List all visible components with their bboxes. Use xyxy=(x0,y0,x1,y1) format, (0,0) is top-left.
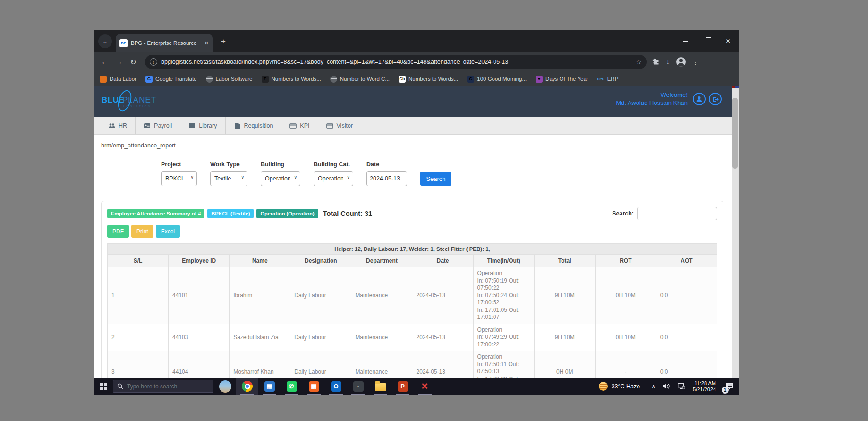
scrollbar-thumb[interactable] xyxy=(732,98,738,169)
table-row: 244103Sazedul Islam ZiaDaily LabourMaint… xyxy=(108,324,717,351)
nav-item-label: Library xyxy=(199,122,217,129)
date-input[interactable] xyxy=(366,171,407,186)
cell-department: Maintenance xyxy=(351,324,412,351)
nav-item-library[interactable]: Library xyxy=(180,117,225,134)
bookmark-item[interactable]: Number to Word C... xyxy=(330,76,390,83)
dark-app-icon[interactable]: ▫ xyxy=(347,378,369,395)
notification-center[interactable]: 1 xyxy=(723,378,737,395)
close-button[interactable]: ✕ xyxy=(717,30,739,52)
cell-rot: 0H 10M xyxy=(595,267,656,324)
nav-item-requisition[interactable]: Requisition xyxy=(226,117,282,134)
browser-menu-icon[interactable]: ⋮ xyxy=(692,58,699,66)
minimize-button[interactable] xyxy=(675,30,696,52)
taskbar-search-input[interactable] xyxy=(127,383,203,390)
people-icon xyxy=(108,122,115,129)
date-label: Date xyxy=(366,161,407,168)
table-group-header: Helper: 12, Daily Labour: 17, Welder: 1,… xyxy=(108,244,717,255)
weather-text[interactable]: 33°C Haze xyxy=(612,383,640,390)
start-button[interactable] xyxy=(94,378,113,395)
nav-item-visitor[interactable]: Visitor xyxy=(318,117,362,134)
excel-export-button[interactable]: Excel xyxy=(156,225,180,238)
chrome-icon[interactable] xyxy=(236,378,258,395)
cell-employee-id: 44104 xyxy=(169,351,230,378)
building-select[interactable]: Operation xyxy=(261,171,300,186)
tray-chevron-icon[interactable]: ∧ xyxy=(651,383,655,390)
nav-item-payroll[interactable]: Payroll xyxy=(136,117,180,134)
building-cat-select[interactable]: Operation xyxy=(314,171,353,186)
new-tab-button[interactable]: + xyxy=(218,36,229,47)
speaker-icon[interactable] xyxy=(663,383,670,389)
forward-button[interactable]: → xyxy=(112,58,126,66)
bookmark-item[interactable]: Labor Software xyxy=(206,76,253,83)
column-header: Total xyxy=(534,255,595,267)
cell-time-in-out: OperationIn: 07:49:29 Out: 17:00:22 xyxy=(473,324,534,351)
search-button[interactable]: Search xyxy=(420,172,451,186)
bookmark-item[interactable]: CbNumbers to Words... xyxy=(399,76,458,83)
whatsapp-icon-glyph: ✆ xyxy=(287,381,297,392)
page-scrollbar[interactable] xyxy=(732,86,739,378)
taskbar-clock[interactable]: 11:28 AM 5/21/2024 xyxy=(693,380,716,393)
cell-aot: 0:0 xyxy=(656,324,717,351)
logout-button[interactable] xyxy=(709,93,722,105)
work-type-select[interactable]: Textile xyxy=(210,171,247,186)
page-content: BLUE PLANET LOGISTICS Welcome! Md. Awola… xyxy=(94,86,739,378)
print-export-button[interactable]: Print xyxy=(131,225,153,238)
red-app-icon[interactable]: P xyxy=(391,378,414,395)
time-line: In: 07:50:24 Out: 17:00:52 xyxy=(477,292,530,307)
reload-button[interactable]: ↻ xyxy=(126,58,140,67)
cell-total: 9H 10M xyxy=(534,267,595,324)
column-header: Date xyxy=(412,255,473,267)
cell-name: Ibrahim xyxy=(230,267,290,324)
back-button[interactable]: ← xyxy=(98,58,112,66)
nav-item-kpi[interactable]: KPI xyxy=(281,117,318,134)
pdf-export-button[interactable]: PDF xyxy=(107,225,129,238)
cell-date: 2024-05-13 xyxy=(412,324,473,351)
tab-search-button[interactable]: ⌄ xyxy=(98,34,112,48)
chevron-down-icon: ⌄ xyxy=(102,38,108,45)
browser-tab[interactable]: BP BPG - Enterprise Resource Plann ✕ xyxy=(116,34,213,52)
orange-app-icon[interactable]: ▦ xyxy=(303,378,325,395)
time-line: In: 07:50:11 Out: 07:50:13 xyxy=(477,361,530,376)
bookmark-item[interactable]: GGoogle Translate xyxy=(145,76,197,83)
cell-designation: Daily Labour xyxy=(290,267,351,324)
folder-glyph xyxy=(375,383,386,391)
site-settings-icon[interactable]: ↕ xyxy=(150,58,157,66)
table-search-input[interactable] xyxy=(637,207,717,220)
summary-badge: BPKCL (Textile) xyxy=(207,209,254,218)
folder-icon[interactable] xyxy=(369,378,391,395)
logout-icon xyxy=(712,96,719,103)
bookmark-item[interactable]: BPGERP xyxy=(597,76,619,83)
project-select[interactable]: BPKCL xyxy=(161,171,197,186)
x-tool-icon[interactable]: ✕ xyxy=(414,378,436,395)
panel-header: Employee Attendance Summary of #BPKCL (T… xyxy=(107,207,717,220)
bookmark-label: Number to Word C... xyxy=(340,76,390,82)
extensions-icon[interactable] xyxy=(652,58,660,66)
table-row: 144101IbrahimDaily LabourMaintenance2024… xyxy=(108,267,717,324)
cell-rot: 0H 10M xyxy=(595,324,656,351)
user-profile-button[interactable] xyxy=(693,93,706,105)
restore-button[interactable] xyxy=(696,30,717,52)
column-header: Name xyxy=(230,255,290,267)
bookmark-item[interactable]: Data Labor xyxy=(100,76,136,83)
blue-app-icon[interactable]: ▦ xyxy=(258,378,281,395)
blue-planet-logo[interactable]: BLUE PLANET LOGISTICS xyxy=(102,90,163,112)
bookmark-item[interactable]: ♥Days Of The Year xyxy=(536,76,588,83)
cell-aot: 0:0 xyxy=(656,267,717,324)
nav-item-hr[interactable]: HR xyxy=(100,117,136,134)
document-icon xyxy=(234,122,241,129)
widgets-icon[interactable] xyxy=(219,380,231,393)
downloads-icon[interactable]: ↓ xyxy=(666,59,670,65)
profile-avatar-icon[interactable] xyxy=(676,57,686,67)
tab-close-icon[interactable]: ✕ xyxy=(204,40,209,46)
address-bar[interactable]: ↕ bpglogistics.net/task/taskboard/index.… xyxy=(145,55,647,69)
taskbar-search[interactable] xyxy=(113,380,213,393)
outlook-icon[interactable]: O xyxy=(325,378,347,395)
attendance-table: Helper: 12, Daily Labour: 17, Welder: 1,… xyxy=(107,243,717,378)
whatsapp-icon[interactable]: ✆ xyxy=(281,378,303,395)
bookmark-item[interactable]: ΣNumbers to Words... xyxy=(262,76,321,83)
network-icon[interactable] xyxy=(678,383,685,389)
nav-item-label: Requisition xyxy=(244,122,273,129)
bookmark-item[interactable]: C100 Good Morning... xyxy=(467,76,527,83)
sigma-icon: Σ xyxy=(262,76,269,83)
bookmark-star-icon[interactable]: ☆ xyxy=(636,58,642,66)
